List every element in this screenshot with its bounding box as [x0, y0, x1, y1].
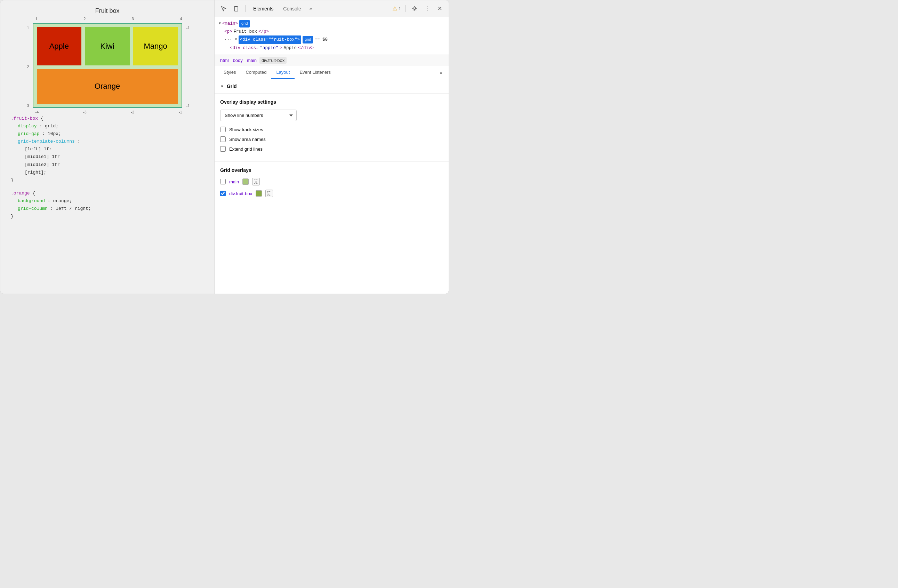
overlay-fruit-swatch[interactable]: [255, 190, 262, 197]
tab-styles[interactable]: Styles: [219, 66, 241, 79]
cell-kiwi: Kiwi: [85, 27, 130, 65]
code-line: [middle2] 1fr: [25, 161, 204, 169]
grid-num-left-2: 2: [27, 65, 29, 69]
grid-num-bot-2: -3: [83, 110, 87, 114]
code-keyword: grid-template-columns: [18, 139, 75, 144]
grid-num-top-1: 1: [35, 17, 38, 21]
toolbar-divider: [245, 5, 246, 12]
svg-rect-3: [254, 180, 258, 184]
warning-badge: ⚠ 1: [392, 5, 401, 12]
grid-section-header[interactable]: ▼ Grid: [215, 79, 449, 94]
code-property: grid-gap: [18, 131, 39, 136]
dom-tag[interactable]: <main>: [222, 20, 238, 28]
dom-selected-element[interactable]: <div class="fruit-box">: [238, 35, 301, 44]
settings-button[interactable]: [410, 4, 420, 14]
layout-content: ▼ Grid Overlay display settings Show lin…: [215, 79, 449, 294]
code-value: [middle2] 1fr: [25, 162, 60, 167]
bc-body[interactable]: body: [232, 57, 244, 64]
device-button[interactable]: [231, 4, 241, 14]
bc-active: div.fruit-box: [260, 57, 287, 64]
code-line: [right];: [25, 169, 204, 176]
code-value: orange;: [53, 198, 72, 203]
dom-equals: == $0: [314, 36, 328, 44]
code-brace: {: [32, 191, 35, 196]
tabs-row: Styles Computed Layout Event Listeners »: [215, 66, 449, 79]
more-options-icon: ⋮: [424, 5, 430, 12]
inspect-button[interactable]: [219, 4, 229, 14]
grid-num-bot-3: -2: [131, 110, 134, 114]
dom-ellipsis[interactable]: ···: [224, 36, 232, 44]
grid-num-right-3: -1: [186, 104, 190, 108]
dom-area: ▼ <main> grid <p> Fruit box </p> ··· ▼ <…: [215, 17, 449, 55]
tab-computed[interactable]: Computed: [241, 66, 271, 79]
checkbox-extend-grid-input[interactable]: [220, 146, 226, 152]
more-options-button[interactable]: ⋮: [422, 4, 432, 14]
checkbox-extend-grid-label[interactable]: Extend grid lines: [229, 146, 263, 152]
checkbox-track-sizes-input[interactable]: [220, 127, 226, 132]
overlay-fruit-grid-icon[interactable]: [265, 189, 273, 197]
grid-overlays-section: Grid overlays main div.fruit-box: [215, 162, 449, 207]
dom-p-tag[interactable]: <p>: [224, 28, 232, 36]
code-line: .fruit-box {: [11, 115, 204, 123]
tabs-more[interactable]: »: [438, 69, 444, 77]
right-panel: Elements Console » ⚠ 1 ⋮ ✕: [214, 0, 449, 294]
overlay-main-label[interactable]: main: [229, 179, 239, 185]
dom-div-triangle[interactable]: ▼: [235, 37, 237, 43]
code-colon: :: [78, 139, 80, 144]
dom-apple-class: "apple": [260, 44, 278, 52]
toolbar-more[interactable]: »: [308, 5, 314, 12]
overlay-fruit-label[interactable]: div.fruit-box: [229, 191, 252, 196]
checkbox-track-sizes-label[interactable]: Show track sizes: [229, 127, 263, 132]
warning-icon: ⚠: [392, 5, 397, 12]
dom-p-close: </p>: [258, 28, 269, 36]
code-line: background : orange;: [18, 197, 204, 205]
tab-layout[interactable]: Layout: [271, 66, 295, 79]
code-value: left / right;: [55, 206, 91, 211]
code-line: [left] 1fr: [25, 145, 204, 153]
code-value: grid;: [45, 123, 58, 129]
code-selector: .fruit-box: [11, 116, 38, 121]
code-line: .orange {: [11, 189, 204, 197]
code-brace: {: [41, 116, 43, 121]
overlay-main-swatch[interactable]: [242, 179, 249, 185]
code-brace: }: [11, 177, 14, 183]
close-button[interactable]: ✕: [435, 4, 444, 14]
grid-visual-container: 1 2 3 4 1 2 3 Apple Kiwi Mango Orange -4…: [33, 23, 182, 108]
grid-num-top-4: 4: [180, 17, 182, 21]
checkbox-track-sizes: Show track sizes: [220, 127, 443, 132]
tab-console[interactable]: Console: [280, 5, 304, 13]
checkbox-extend-grid: Extend grid lines: [220, 146, 443, 152]
code-property: grid-column: [18, 206, 48, 211]
dom-line-div[interactable]: ··· ▼ <div class="fruit-box"> grid == $0: [224, 35, 444, 44]
page-title: Fruit box: [7, 7, 207, 15]
code-selector: .orange: [11, 191, 30, 196]
dom-triangle[interactable]: ▼: [219, 20, 221, 27]
overlay-main-checkbox[interactable]: [220, 179, 226, 185]
overlay-fruit-checkbox[interactable]: [220, 191, 226, 196]
checkbox-area-names-label[interactable]: Show area names: [229, 137, 266, 142]
bc-main[interactable]: main: [246, 57, 258, 64]
grid-numbers-right: -1 -1: [186, 26, 190, 108]
dom-apple-text: Apple: [284, 44, 297, 52]
section-triangle: ▼: [220, 84, 224, 88]
code-line: display : grid;: [18, 123, 204, 130]
dropdown-row: Show line numbers Show track sizes Hide: [220, 109, 443, 121]
breadcrumb: html body main div.fruit-box: [215, 55, 449, 66]
grid-numbers-left: 1 2 3: [27, 26, 29, 108]
tab-event-listeners[interactable]: Event Listeners: [295, 66, 336, 79]
checkbox-area-names-input[interactable]: [220, 136, 226, 142]
code-value: 10px;: [48, 131, 61, 136]
dom-line-apple: <div class= "apple" > Apple </div>: [230, 44, 444, 52]
warning-count: 1: [398, 6, 401, 11]
svg-point-2: [414, 8, 416, 9]
grid-numbers-top: 1 2 3 4: [35, 17, 182, 21]
tab-elements[interactable]: Elements: [250, 5, 277, 13]
overlay-main-grid-icon[interactable]: [252, 178, 260, 185]
close-icon: ✕: [438, 5, 442, 12]
overlay-dropdown[interactable]: Show line numbers Show track sizes Hide: [220, 109, 297, 121]
code-colon: :: [39, 123, 45, 129]
code-colon: :: [51, 206, 56, 211]
grid-num-top-3: 3: [132, 17, 134, 21]
dom-apple-open[interactable]: <div class=: [230, 44, 259, 52]
bc-html[interactable]: html: [219, 57, 230, 64]
